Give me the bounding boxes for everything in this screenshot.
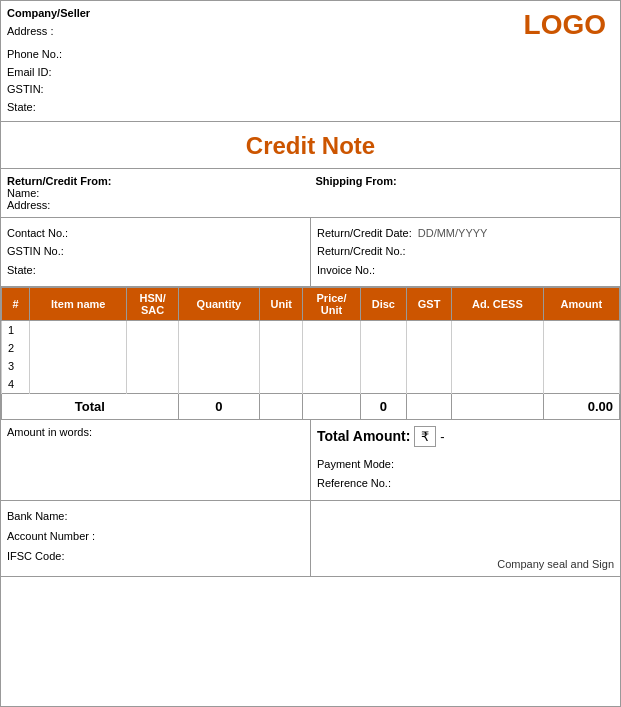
col-amount: Amount bbox=[543, 287, 619, 320]
state-label2: State: bbox=[7, 261, 304, 280]
bank-seal-section: Bank Name: Account Number : IFSC Code: C… bbox=[1, 501, 620, 577]
account-label: Account Number : bbox=[7, 527, 304, 547]
seal-text: Company seal and Sign bbox=[497, 558, 614, 570]
col-price: Price/Unit bbox=[303, 287, 360, 320]
col-gst: GST bbox=[406, 287, 451, 320]
state-label: State: bbox=[7, 99, 516, 117]
total-row: Total 0 0 0.00 bbox=[2, 393, 620, 419]
return-no-label: Return/Credit No.: bbox=[317, 242, 614, 261]
return-label: Return/Credit From: bbox=[7, 175, 112, 187]
phone-label: Phone No.: bbox=[7, 46, 516, 64]
total-amount-label: Total Amount: bbox=[317, 428, 410, 444]
row-3-num: 3 bbox=[2, 357, 30, 375]
col-item-name: Item name bbox=[30, 287, 127, 320]
logo: LOGO bbox=[516, 5, 614, 45]
invoice-label: Invoice No.: bbox=[317, 261, 614, 280]
shipping-column: Shipping From: bbox=[316, 175, 615, 211]
address-label: Address : bbox=[7, 23, 516, 41]
table-row: 2 bbox=[2, 339, 620, 357]
return-shipping-section: Return/Credit From: Name: Address: Shipp… bbox=[1, 169, 620, 218]
contact-label: Contact No.: bbox=[7, 224, 304, 243]
bank-box: Bank Name: Account Number : IFSC Code: bbox=[1, 501, 311, 576]
return-column: Return/Credit From: Name: Address: bbox=[7, 175, 306, 211]
row-1-num: 1 bbox=[2, 320, 30, 339]
amount-dash: - bbox=[440, 429, 444, 444]
table-header-row: # Item name HSN/SAC Quantity Unit Price/… bbox=[2, 287, 620, 320]
words-box: Amount in words: bbox=[1, 420, 311, 501]
table-row: 3 bbox=[2, 357, 620, 375]
address-label2: Address: bbox=[7, 199, 306, 211]
header-section: Company/Seller Address : Phone No.: Emai… bbox=[1, 1, 620, 122]
total-amount-val: 0.00 bbox=[543, 393, 619, 419]
col-cess: Ad. CESS bbox=[452, 287, 543, 320]
company-info: Company/Seller Address : Phone No.: Emai… bbox=[7, 5, 516, 117]
col-disc: Disc bbox=[360, 287, 406, 320]
date-box: Return/Credit Date: DD/MM/YYYY Return/Cr… bbox=[311, 218, 620, 286]
contact-date-section: Contact No.: GSTIN No.: State: Return/Cr… bbox=[1, 218, 620, 287]
table-row: 1 bbox=[2, 320, 620, 339]
items-table: # Item name HSN/SAC Quantity Unit Price/… bbox=[1, 287, 620, 420]
company-seller-label: Company/Seller bbox=[7, 5, 516, 23]
bottom-section: Amount in words: Total Amount: ₹ - Payme… bbox=[1, 420, 620, 502]
gstin-no-label: GSTIN No.: bbox=[7, 242, 304, 261]
page-title: Credit Note bbox=[246, 132, 375, 159]
row-2-num: 2 bbox=[2, 339, 30, 357]
col-hsn: HSN/SAC bbox=[127, 287, 178, 320]
return-date-row: Return/Credit Date: DD/MM/YYYY bbox=[317, 224, 614, 243]
name-label: Name: bbox=[7, 187, 306, 199]
col-hash: # bbox=[2, 287, 30, 320]
total-amount-row: Total Amount: ₹ - bbox=[317, 426, 614, 447]
col-quantity: Quantity bbox=[178, 287, 259, 320]
return-date-label: Return/Credit Date: bbox=[317, 224, 412, 243]
shipping-label: Shipping From: bbox=[316, 175, 397, 187]
email-label: Email ID: bbox=[7, 64, 516, 82]
seal-box: Company seal and Sign bbox=[311, 501, 620, 576]
rupee-symbol: ₹ bbox=[414, 426, 436, 447]
total-amount-box: Total Amount: ₹ - Payment Mode: Referenc… bbox=[311, 420, 620, 501]
gstin-label: GSTIN: bbox=[7, 81, 516, 99]
bank-name-label: Bank Name: bbox=[7, 507, 304, 527]
ifsc-label: IFSC Code: bbox=[7, 547, 304, 567]
table-row: 4 bbox=[2, 375, 620, 394]
col-unit: Unit bbox=[260, 287, 303, 320]
row-4-num: 4 bbox=[2, 375, 30, 394]
return-date-value: DD/MM/YYYY bbox=[418, 224, 488, 243]
payment-mode-label: Payment Mode: bbox=[317, 455, 614, 475]
total-disc: 0 bbox=[360, 393, 406, 419]
total-label: Total bbox=[2, 393, 179, 419]
words-label: Amount in words: bbox=[7, 426, 304, 438]
reference-label: Reference No.: bbox=[317, 474, 614, 494]
title-section: Credit Note bbox=[1, 122, 620, 169]
contact-box: Contact No.: GSTIN No.: State: bbox=[1, 218, 311, 286]
total-quantity: 0 bbox=[178, 393, 259, 419]
payment-info: Payment Mode: Reference No.: bbox=[317, 455, 614, 495]
page: Company/Seller Address : Phone No.: Emai… bbox=[0, 0, 621, 707]
